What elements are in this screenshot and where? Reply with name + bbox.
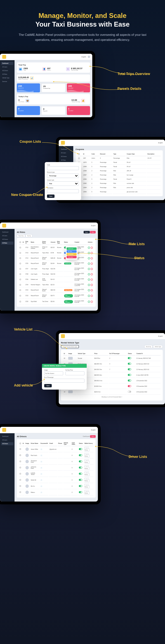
table-row[interactable]: 22Scooter$18.07/km221 January 2023 8:27 … [63,356,161,361]
table-row[interactable]: Johannes Road📄0Wallet History [19,465,93,471]
table-row[interactable]: Raul Austin📄0Wallet History [19,453,93,458]
sidebar-users[interactable]: All Users [1,65,13,69]
status-toggle[interactable] [79,479,82,481]
status-toggle[interactable] [79,473,82,475]
select-all-checkbox[interactable] [78,153,80,155]
table-row[interactable]: Isabella Tanner📄0Wallet History [19,471,93,477]
status-cancelled[interactable]: Cancelled [67,256,77,258]
table-row[interactable]: 3713Marywil BoothTaylor Allan$7.88WomenC… [19,251,93,256]
wallet-history-button[interactable]: Wallet History [84,465,89,470]
sort-filter[interactable]: Sort by [25,234,32,237]
sidebar-vehicle[interactable]: Vehicle Type [1,76,13,79]
delete-icon[interactable] [91,263,93,265]
discount-type-select[interactable]: Percentage [47,174,79,178]
table-row[interactable]: 3734Harshal HaegersTaylor Allan$22.3221 … [19,283,93,287]
table-row[interactable]: 14$22/3.5 km15 November 2022 [63,390,161,395]
wallet-history-button[interactable]: Wallet History [84,484,89,488]
table-row[interactable]: Stella Gill📄0Wallet History [19,477,93,483]
table-row[interactable]: 128635Percentageget promotion code [78,190,161,194]
status-toggle[interactable] [128,357,131,359]
view-icon[interactable] [88,252,90,254]
table-row[interactable]: 3725Marywil BoothMarywil Booth$19.84Wome… [19,261,93,266]
delete-icon[interactable] [91,257,93,259]
export-button[interactable]: Export [84,231,90,233]
wallet-history-button[interactable]: Wallet History [84,490,89,495]
table-row[interactable]: 3720Styal WalkTaxi Driver$52.06Ride Comp… [19,299,93,305]
status-completed[interactable]: Completed [67,253,77,256]
create-vehicle-button[interactable]: + Create Rental Vehicle Type [61,345,79,348]
save-button[interactable]: Save [47,195,55,198]
clear-button[interactable]: Clear [90,231,96,233]
status-toggle[interactable] [79,491,82,493]
table-row[interactable]: 128672PercentageRidebon voyage [78,174,161,177]
desc-input[interactable] [47,189,79,193]
view-icon[interactable] [88,257,90,259]
wallet-history-button[interactable]: Wallet History [84,478,89,482]
next-button[interactable]: Next > [119,396,122,398]
price-input[interactable] [65,371,84,375]
table-row[interactable]: Win Ku📄0Wallet History [19,484,93,489]
wallet-history-button[interactable]: Wallet History [84,447,89,451]
status-confirmed[interactable]: Confirmed [67,247,77,250]
table-row[interactable]: 128705PercentageParcel5% off [78,161,161,165]
view-icon[interactable] [88,295,90,297]
status-toggle[interactable] [128,368,131,370]
delete-icon[interactable] [91,284,93,286]
status-toggle[interactable] [79,485,82,487]
wallet-history-button[interactable]: Wallet History [84,459,89,464]
view-icon[interactable] [88,268,90,270]
view-icon[interactable] [88,273,90,275]
view-icon[interactable] [88,278,90,281]
view-icon[interactable] [88,301,90,303]
table-row[interactable]: 128682PercentageRide20% off [78,169,161,173]
status-toggle[interactable] [128,385,131,387]
clear-drivers-button[interactable]: Clear [90,435,96,438]
search-filter[interactable]: Search by [17,234,25,237]
table-row[interactable]: 128652PercentageRidesummer sale [78,182,161,186]
status-toggle[interactable] [128,391,131,393]
table-row[interactable]: 3723Marywil BoothMarywil Booth$29.70Ride… [19,293,93,299]
view-icon[interactable] [88,289,90,291]
status-onride[interactable]: On Ride [67,250,77,253]
logo[interactable] [2,55,6,59]
coupon-type-select[interactable]: Ride [47,181,79,186]
delete-icon[interactable] [91,278,93,281]
table-row[interactable]: 3727Juan IngolaPriya Jingar$122.5621 Oct… [19,267,93,271]
delete-icon[interactable] [91,273,93,275]
coupon-code-input[interactable] [47,166,79,170]
save-vehicle-button[interactable]: Save [44,384,52,387]
card-parcels[interactable]: 235Parcels 25 [17,83,40,92]
table-row[interactable]: James White📄@gmail.com0Wallet History [19,447,93,452]
avatar-icon[interactable] [88,56,90,58]
table-row[interactable]: 3724Marywil BoothMarywil Booth$824.50Rid… [19,288,93,293]
view-icon[interactable] [88,263,90,265]
card-cancelled[interactable]: 155Cancelled [67,83,90,92]
sidebar-drivers[interactable]: All Drivers [1,69,13,72]
image-input[interactable] [44,371,63,375]
delete-icon[interactable] [91,295,93,297]
delete-icon[interactable] [91,301,93,303]
table-row[interactable]: Thompson Road📄0Wallet History [19,459,93,465]
status-toggle[interactable] [79,467,82,469]
table-row[interactable]: Mateus📄0Wallet History [19,490,93,495]
status-toggle[interactable] [128,363,131,365]
table-row[interactable]: 128642PercentageRidepromo ride [78,186,161,190]
delete-icon[interactable] [91,252,93,254]
status-toggle[interactable] [128,374,131,376]
wallet-history-button[interactable]: Wallet History [84,472,89,476]
table-row[interactable]: 1087Admin3PercentageRide1% Off [78,157,161,160]
delete-icon[interactable] [91,247,93,249]
status-toggle[interactable] [128,380,131,381]
table-row[interactable]: 128695PercentageParcel5% off [78,165,161,169]
view-icon[interactable] [88,247,90,249]
delete-icon[interactable] [91,268,93,270]
lang-selector[interactable]: English [82,56,86,58]
pax-input[interactable] [44,379,84,383]
status-toggle[interactable] [79,460,82,462]
card-confirmed[interactable]: 29Confirmed trip [41,83,65,92]
sidebar-dashboard[interactable]: Dashboard [1,62,13,65]
sidebar-services[interactable]: Services [1,80,13,83]
table-row[interactable]: 3728Juan IngolaPriya Jingar$122.5621 Oct… [19,272,93,277]
view-icon[interactable] [88,284,90,286]
table-row[interactable]: 3714Marywil BoothMarywil Booth$186.30Wom… [19,256,93,261]
